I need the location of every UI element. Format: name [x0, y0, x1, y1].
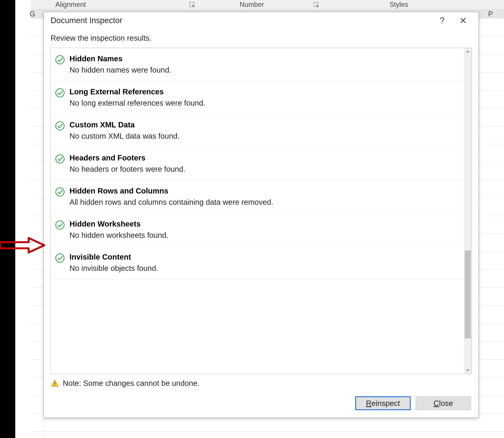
svg-point-2: [56, 55, 64, 64]
scrollbar-thumb[interactable]: [465, 251, 471, 338]
result-title: Hidden Rows and Columns: [69, 187, 460, 195]
svg-point-3: [56, 89, 64, 97]
reinspect-button[interactable]: Reinspect: [355, 396, 411, 410]
result-item-headers-and-footers: Headers and Footers No headers or footer…: [51, 147, 464, 180]
vertical-scrollbar[interactable]: [464, 48, 472, 374]
result-title: Hidden Worksheets: [69, 220, 460, 228]
result-desc: All hidden rows and columns containing d…: [69, 198, 460, 207]
result-desc: No hidden names were found.: [69, 66, 460, 74]
result-title: Hidden Names: [69, 55, 460, 63]
svg-rect-10: [54, 385, 55, 386]
dialog-launcher-icon[interactable]: [189, 1, 195, 7]
dialog-instruction: Review the inspection results.: [44, 29, 479, 48]
ribbon-group-alignment: Alignment: [55, 0, 86, 9]
result-item-hidden-worksheets: Hidden Worksheets No hidden worksheets f…: [51, 213, 464, 246]
result-item-custom-xml-data: Custom XML Data No custom XML data was f…: [51, 114, 464, 147]
svg-point-7: [56, 221, 64, 229]
document-inspector-dialog: Document Inspector ? Review the inspecti…: [43, 12, 479, 418]
results-pane: Hidden Names No hidden names were found.…: [51, 48, 472, 374]
note-row: Note: Some changes cannot be undone.: [51, 379, 472, 388]
help-button[interactable]: ?: [432, 12, 453, 29]
results-list: Hidden Names No hidden names were found.…: [51, 48, 464, 374]
scroll-up-icon[interactable]: [464, 48, 472, 55]
checkmark-icon: [55, 121, 65, 131]
result-item-long-external-references: Long External References No long externa…: [51, 81, 464, 114]
result-item-hidden-rows-and-columns: Hidden Rows and Columns All hidden rows …: [51, 180, 464, 213]
svg-rect-9: [54, 382, 55, 384]
note-text: Note: Some changes cannot be undone.: [63, 379, 200, 388]
result-desc: No headers or footers were found.: [69, 165, 460, 174]
result-title: Long External References: [69, 88, 460, 96]
ribbon-group-styles: Styles: [389, 0, 408, 9]
svg-point-5: [56, 155, 64, 163]
checkmark-icon: [55, 154, 65, 164]
svg-point-4: [56, 122, 64, 130]
result-item-hidden-names: Hidden Names No hidden names were found.: [51, 48, 464, 81]
result-desc: No hidden worksheets found.: [69, 231, 460, 240]
close-button[interactable]: Close: [416, 396, 471, 410]
ribbon-groups: Alignment Number Styles: [31, 0, 504, 9]
close-icon[interactable]: [453, 12, 474, 29]
result-title: Invisible Content: [69, 253, 460, 261]
dialog-button-row: Reinspect Close: [44, 389, 479, 418]
dialog-titlebar: Document Inspector ?: [44, 12, 479, 29]
checkmark-icon: [55, 220, 65, 230]
checkmark-icon: [55, 253, 65, 263]
checkmark-icon: [55, 88, 65, 98]
ribbon-group-number: Number: [240, 0, 264, 9]
result-title: Custom XML Data: [69, 120, 460, 129]
dialog-launcher-icon[interactable]: [313, 1, 319, 7]
checkmark-icon: [55, 187, 65, 197]
dialog-title: Document Inspector: [51, 16, 432, 25]
svg-point-6: [56, 188, 64, 196]
result-desc: No custom XML data was found.: [69, 132, 460, 140]
checkmark-icon: [55, 55, 65, 65]
warning-icon: [51, 379, 59, 388]
svg-point-8: [56, 254, 64, 262]
result-desc: No long external references were found.: [69, 99, 460, 107]
result-title: Headers and Footers: [69, 153, 460, 162]
scroll-down-icon[interactable]: [464, 366, 472, 374]
result-item-invisible-content: Invisible Content No invisible objects f…: [51, 246, 464, 279]
column-header-p[interactable]: P: [477, 9, 504, 19]
result-desc: No invisible objects found.: [69, 264, 460, 273]
column-header-g[interactable]: G: [19, 9, 46, 19]
